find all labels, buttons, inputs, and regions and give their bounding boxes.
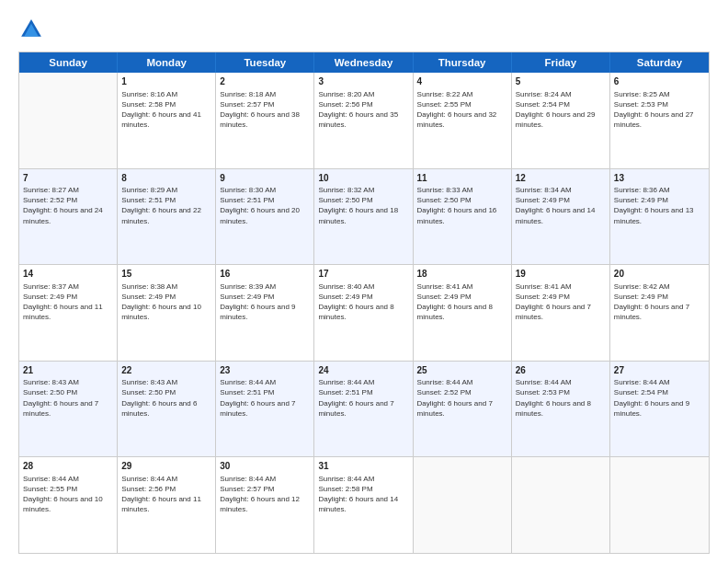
day-sun-info: Sunrise: 8:40 AM Sunset: 2:49 PM Dayligh… [318,282,408,323]
cal-cell-day-4: 4Sunrise: 8:22 AM Sunset: 2:55 PM Daylig… [414,73,512,168]
cal-cell-day-8: 8Sunrise: 8:29 AM Sunset: 2:51 PM Daylig… [118,169,216,265]
day-number: 1 [121,75,211,88]
day-number: 6 [614,75,705,88]
calendar-body: 1Sunrise: 8:16 AM Sunset: 2:58 PM Daylig… [19,73,709,553]
day-number: 14 [23,268,113,281]
day-sun-info: Sunrise: 8:33 AM Sunset: 2:50 PM Dayligh… [417,185,507,226]
cal-cell-day-12: 12Sunrise: 8:34 AM Sunset: 2:49 PM Dayli… [512,169,610,265]
day-number: 25 [417,364,507,377]
day-number: 2 [220,75,310,88]
cal-cell-day-15: 15Sunrise: 8:38 AM Sunset: 2:49 PM Dayli… [118,265,216,361]
day-number: 5 [516,75,606,88]
cal-cell-day-16: 16Sunrise: 8:39 AM Sunset: 2:49 PM Dayli… [216,265,314,361]
day-number: 17 [318,268,408,281]
day-sun-info: Sunrise: 8:30 AM Sunset: 2:51 PM Dayligh… [220,185,310,226]
day-number: 24 [318,364,408,377]
day-sun-info: Sunrise: 8:41 AM Sunset: 2:49 PM Dayligh… [516,282,606,323]
calendar: SundayMondayTuesdayWednesdayThursdayFrid… [18,52,710,554]
cal-cell-day-6: 6Sunrise: 8:25 AM Sunset: 2:53 PM Daylig… [610,73,709,168]
day-number: 15 [121,268,211,281]
cal-cell-day-27: 27Sunrise: 8:44 AM Sunset: 2:54 PM Dayli… [610,362,709,457]
cal-cell-day-29: 29Sunrise: 8:44 AM Sunset: 2:56 PM Dayli… [118,457,216,553]
cal-cell-day-25: 25Sunrise: 8:44 AM Sunset: 2:52 PM Dayli… [414,362,512,457]
day-number: 19 [516,268,606,281]
day-sun-info: Sunrise: 8:37 AM Sunset: 2:49 PM Dayligh… [23,282,113,323]
day-header-monday: Monday [118,52,216,73]
day-number: 21 [23,364,113,377]
cal-cell-day-24: 24Sunrise: 8:44 AM Sunset: 2:51 PM Dayli… [314,362,413,457]
day-sun-info: Sunrise: 8:44 AM Sunset: 2:51 PM Dayligh… [318,377,408,419]
day-sun-info: Sunrise: 8:27 AM Sunset: 2:52 PM Dayligh… [23,185,113,226]
day-number: 10 [318,172,408,185]
day-sun-info: Sunrise: 8:25 AM Sunset: 2:53 PM Dayligh… [614,89,705,131]
logo-icon [18,17,44,42]
day-number: 18 [417,268,507,281]
day-header-friday: Friday [512,52,610,73]
cal-cell-day-21: 21Sunrise: 8:43 AM Sunset: 2:50 PM Dayli… [19,362,118,457]
cal-cell-day-7: 7Sunrise: 8:27 AM Sunset: 2:52 PM Daylig… [19,169,118,265]
cal-cell-day-18: 18Sunrise: 8:41 AM Sunset: 2:49 PM Dayli… [414,265,512,361]
day-sun-info: Sunrise: 8:44 AM Sunset: 2:56 PM Dayligh… [121,474,211,515]
day-sun-info: Sunrise: 8:42 AM Sunset: 2:49 PM Dayligh… [614,282,705,323]
calendar-week-4: 21Sunrise: 8:43 AM Sunset: 2:50 PM Dayli… [19,362,709,458]
header [18,17,710,42]
day-number: 20 [614,268,705,281]
day-sun-info: Sunrise: 8:44 AM Sunset: 2:54 PM Dayligh… [614,377,705,419]
day-sun-info: Sunrise: 8:44 AM Sunset: 2:58 PM Dayligh… [318,474,408,515]
day-number: 8 [121,172,211,185]
day-number: 9 [220,172,310,185]
cal-cell-day-23: 23Sunrise: 8:44 AM Sunset: 2:51 PM Dayli… [216,362,314,457]
cal-cell-empty [19,73,118,168]
day-sun-info: Sunrise: 8:41 AM Sunset: 2:49 PM Dayligh… [417,282,507,323]
cal-cell-day-22: 22Sunrise: 8:43 AM Sunset: 2:50 PM Dayli… [118,362,216,457]
cal-cell-day-9: 9Sunrise: 8:30 AM Sunset: 2:51 PM Daylig… [216,169,314,265]
cal-cell-day-30: 30Sunrise: 8:44 AM Sunset: 2:57 PM Dayli… [216,457,314,553]
day-number: 11 [417,172,507,185]
cal-cell-day-20: 20Sunrise: 8:42 AM Sunset: 2:49 PM Dayli… [610,265,709,361]
day-header-thursday: Thursday [414,52,512,73]
cal-cell-day-2: 2Sunrise: 8:18 AM Sunset: 2:57 PM Daylig… [216,73,314,168]
day-sun-info: Sunrise: 8:18 AM Sunset: 2:57 PM Dayligh… [220,89,310,131]
day-sun-info: Sunrise: 8:36 AM Sunset: 2:49 PM Dayligh… [614,185,705,226]
day-sun-info: Sunrise: 8:43 AM Sunset: 2:50 PM Dayligh… [23,377,113,419]
day-number: 13 [614,172,705,185]
cal-cell-empty [512,457,610,553]
cal-cell-day-13: 13Sunrise: 8:36 AM Sunset: 2:49 PM Dayli… [610,169,709,265]
cal-cell-day-3: 3Sunrise: 8:20 AM Sunset: 2:56 PM Daylig… [314,73,413,168]
day-sun-info: Sunrise: 8:44 AM Sunset: 2:55 PM Dayligh… [23,474,113,515]
calendar-week-2: 7Sunrise: 8:27 AM Sunset: 2:52 PM Daylig… [19,169,709,266]
day-number: 28 [23,460,113,473]
day-sun-info: Sunrise: 8:22 AM Sunset: 2:55 PM Dayligh… [417,89,507,131]
day-sun-info: Sunrise: 8:34 AM Sunset: 2:49 PM Dayligh… [516,185,606,226]
calendar-week-5: 28Sunrise: 8:44 AM Sunset: 2:55 PM Dayli… [19,457,709,553]
day-sun-info: Sunrise: 8:38 AM Sunset: 2:49 PM Dayligh… [121,282,211,323]
day-number: 16 [220,268,310,281]
cal-cell-day-1: 1Sunrise: 8:16 AM Sunset: 2:58 PM Daylig… [118,73,216,168]
cal-cell-day-28: 28Sunrise: 8:44 AM Sunset: 2:55 PM Dayli… [19,457,118,553]
calendar-week-3: 14Sunrise: 8:37 AM Sunset: 2:49 PM Dayli… [19,265,709,362]
day-sun-info: Sunrise: 8:20 AM Sunset: 2:56 PM Dayligh… [318,89,408,131]
page: SundayMondayTuesdayWednesdayThursdayFrid… [0,0,728,563]
cal-cell-day-14: 14Sunrise: 8:37 AM Sunset: 2:49 PM Dayli… [19,265,118,361]
cal-cell-empty [610,457,709,553]
cal-cell-day-17: 17Sunrise: 8:40 AM Sunset: 2:49 PM Dayli… [314,265,413,361]
day-number: 26 [516,364,606,377]
day-number: 29 [121,460,211,473]
day-number: 12 [516,172,606,185]
day-sun-info: Sunrise: 8:16 AM Sunset: 2:58 PM Dayligh… [121,89,211,131]
day-number: 22 [121,364,211,377]
cal-cell-day-31: 31Sunrise: 8:44 AM Sunset: 2:58 PM Dayli… [314,457,413,553]
day-sun-info: Sunrise: 8:44 AM Sunset: 2:52 PM Dayligh… [417,377,507,419]
cal-cell-day-19: 19Sunrise: 8:41 AM Sunset: 2:49 PM Dayli… [512,265,610,361]
day-header-sunday: Sunday [19,52,118,73]
cal-cell-empty [414,457,512,553]
day-header-saturday: Saturday [610,52,709,73]
day-sun-info: Sunrise: 8:32 AM Sunset: 2:50 PM Dayligh… [318,185,408,226]
day-number: 30 [220,460,310,473]
day-sun-info: Sunrise: 8:44 AM Sunset: 2:51 PM Dayligh… [220,377,310,419]
cal-cell-day-10: 10Sunrise: 8:32 AM Sunset: 2:50 PM Dayli… [314,169,413,265]
day-number: 23 [220,364,310,377]
day-sun-info: Sunrise: 8:43 AM Sunset: 2:50 PM Dayligh… [121,377,211,419]
day-number: 3 [318,75,408,88]
cal-cell-day-5: 5Sunrise: 8:24 AM Sunset: 2:54 PM Daylig… [512,73,610,168]
